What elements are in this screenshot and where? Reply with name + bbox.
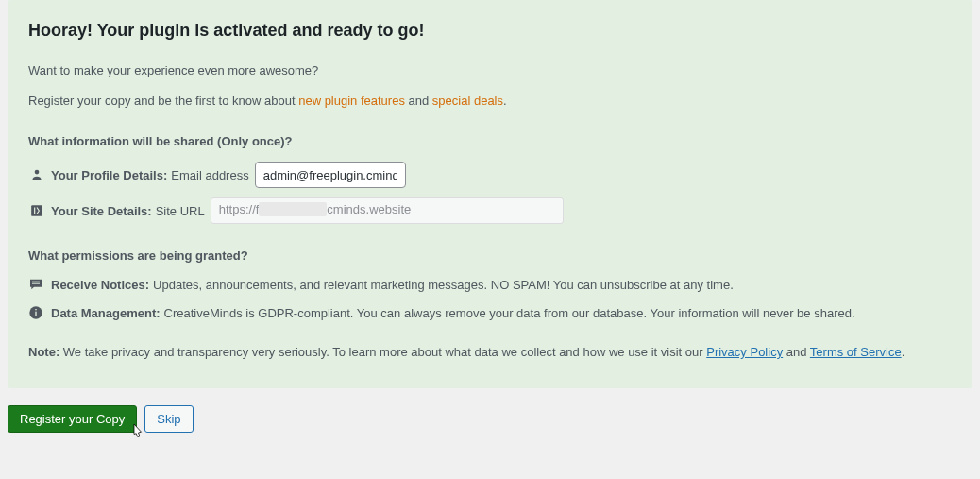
- data-label: Data Management:: [51, 306, 161, 320]
- svg-point-0: [35, 170, 40, 175]
- button-row: Register your Copy Skip: [8, 405, 972, 433]
- privacy-policy-link[interactable]: Privacy Policy: [706, 345, 783, 359]
- share-heading: What information will be shared (Only on…: [28, 134, 952, 148]
- register-button[interactable]: Register your Copy: [8, 405, 137, 433]
- site-url-field[interactable]: https://fxxxxxxxxcminds.website: [211, 197, 564, 224]
- notice-heading: Hooray! Your plugin is activated and rea…: [28, 21, 952, 41]
- data-management-row: Data Management:CreativeMinds is GDPR-co…: [28, 304, 952, 323]
- intro2-mid: and: [405, 94, 432, 108]
- svg-rect-5: [35, 311, 36, 316]
- intro2-post: .: [503, 94, 507, 108]
- notices-label: Receive Notices:: [51, 278, 149, 292]
- message-icon: [28, 277, 47, 292]
- site-row: Your Site Details: Site URL https://fxxx…: [28, 197, 952, 224]
- special-deals-link[interactable]: special deals: [432, 94, 503, 108]
- data-text: CreativeMinds is GDPR-compliant. You can…: [164, 306, 855, 320]
- intro-line-1: Want to make your experience even more a…: [28, 61, 952, 80]
- svg-rect-6: [35, 309, 36, 310]
- notices-text: Updates, announcements, and relevant mar…: [153, 278, 734, 292]
- new-features-link[interactable]: new plugin features: [298, 94, 405, 108]
- url-post: cminds.website: [327, 202, 411, 216]
- note-pre: We take privacy and transparency very se…: [59, 345, 706, 359]
- terms-of-service-link[interactable]: Terms of Service: [810, 345, 902, 359]
- site-label: Your Site Details:: [51, 204, 152, 218]
- person-icon: [28, 168, 45, 181]
- info-icon: [28, 305, 47, 320]
- note-label: Note:: [28, 345, 59, 359]
- note-row: Note: We take privacy and transparency v…: [28, 343, 952, 362]
- svg-rect-2: [32, 282, 40, 282]
- intro-line-2: Register your copy and be the first to k…: [28, 92, 952, 111]
- note-mid: and: [783, 345, 810, 359]
- email-field[interactable]: [255, 162, 406, 188]
- svg-rect-3: [32, 283, 40, 284]
- receive-notices-row: Receive Notices:Updates, announcements, …: [28, 276, 952, 295]
- note-post: .: [902, 345, 905, 359]
- profile-label: Your Profile Details:: [51, 168, 167, 182]
- profile-sub-label: Email address: [171, 168, 248, 182]
- site-sub-label: Site URL: [156, 204, 205, 218]
- skip-button[interactable]: Skip: [144, 405, 193, 433]
- url-pre: https://f: [219, 202, 260, 216]
- profile-row: Your Profile Details: Email address: [28, 162, 952, 188]
- perms-heading: What permissions are being granted?: [28, 248, 952, 263]
- activation-notice: Hooray! Your plugin is activated and rea…: [8, 0, 972, 388]
- intro2-pre: Register your copy and be the first to k…: [28, 94, 298, 108]
- url-redacted: xxxxxxxx: [259, 202, 327, 216]
- site-icon: [28, 204, 45, 217]
- svg-rect-1: [31, 205, 42, 216]
